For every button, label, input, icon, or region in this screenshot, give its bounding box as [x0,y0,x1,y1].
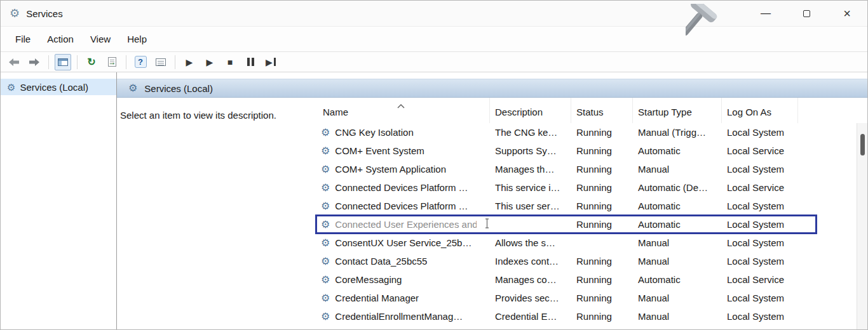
pause-service-button[interactable] [242,54,259,70]
service-log-on-as-cell: Local System [722,256,798,267]
forward-arrow-icon [28,58,41,67]
minimize-button[interactable]: — [745,1,786,26]
table-row[interactable]: ⚙ COM+ Event System Supports Sy… Running… [313,142,867,160]
stop-icon: ■ [227,58,233,67]
service-name: COM+ System Application [335,164,446,175]
service-name: Connected Devices Platform … [335,182,468,193]
service-startup-type-cell: Automatic [633,274,722,285]
service-log-on-as-cell: Local System [722,293,798,303]
properties-button[interactable] [153,54,169,70]
refresh-icon: ↻ [87,56,95,68]
description-pane-text: Select an item to view its description. [120,110,276,121]
close-button[interactable]: × [827,1,867,26]
service-name-cell: ⚙ ConsentUX User Service_25b… [313,237,490,248]
table-row[interactable]: ⚙ Contact Data_25bc55 Indexes cont… Runn… [313,252,867,270]
window-controls: — × [745,1,867,26]
service-status-cell: Running [571,145,633,156]
service-gear-icon: ⚙ [321,275,330,285]
menu-bar: File Action View Help [1,26,867,51]
sidebar-item-services-local[interactable]: ⚙ Services (Local) [1,79,116,95]
service-name-cell: ⚙ Connected User Experiences and Telemet… [313,218,490,230]
table-row[interactable]: ⚙ [313,326,867,330]
service-gear-icon: ⚙ [321,293,330,303]
services-header-band: ⚙ Services (Local) [117,79,867,98]
service-name: Contact Data_25bc55 [335,256,427,267]
service-status-cell: Running [571,311,633,322]
service-description-cell: Credential E… [490,311,571,322]
table-row[interactable]: ⚙ Connected Devices Platform … This serv… [313,178,867,197]
properties-icon [156,58,166,66]
export-list-button[interactable]: → [104,54,120,70]
export-list-icon: → [108,57,116,67]
refresh-button[interactable]: ↻ [83,54,100,70]
service-description-cell: Manages th… [490,164,571,175]
service-log-on-as-cell: Local System [722,311,798,322]
service-gear-icon: ⚙ [321,183,330,193]
service-log-on-as-cell: Local System [722,164,798,175]
service-name-cell: ⚙ COM+ System Application [313,164,490,175]
menu-help[interactable]: Help [119,28,155,50]
table-row[interactable]: ⚙ Credential Manager Provides sec… Runni… [313,289,867,307]
help-button[interactable]: ? [132,54,149,70]
table-row[interactable]: ⚙ CNG Key Isolation The CNG ke… Running … [313,123,867,142]
toolbar-separator [126,55,126,69]
sort-ascending-icon [397,100,405,110]
table-row[interactable]: ⚙ CoreMessaging Manages co… Running Auto… [313,270,867,289]
show-hide-console-tree-button[interactable] [55,54,71,70]
main-body: Select an item to view its description. … [117,98,867,330]
service-description-cell: Manages co… [490,274,571,285]
toolbar-separator [175,55,175,69]
service-rows: ⚙ CNG Key Isolation The CNG ke… Running … [313,123,867,330]
menu-view[interactable]: View [82,28,119,50]
service-gear-icon: ⚙ [321,201,330,211]
content-area: ⚙ Services (Local) ⚙ Services (Local) Se… [1,72,867,330]
forward-button[interactable] [26,54,43,70]
column-header-description[interactable]: Description [490,98,571,123]
maximize-icon [803,10,810,17]
service-startup-type-cell: Manual [633,293,722,303]
pause-icon [247,58,254,66]
service-status-cell: Running [571,164,633,175]
column-header-filler [798,98,867,123]
service-description-cell: Provides sec… [490,293,571,303]
column-header-log-on-as[interactable]: Log On As [722,98,798,123]
service-gear-icon: ⚙ [321,128,330,138]
page-title: Services (Local) [144,83,213,94]
table-row[interactable]: ⚙ CredentialEnrollmentManag… Credential … [313,307,867,326]
service-startup-type-cell: Manual [633,256,722,267]
service-status-cell: Running [571,293,633,303]
service-startup-type-cell: Manual [633,311,722,322]
back-button[interactable] [6,54,22,70]
service-log-on-as-cell: Local System [722,219,798,230]
column-header-startup-type[interactable]: Startup Type [633,98,722,123]
stop-service-button[interactable]: ■ [222,54,238,70]
table-row[interactable]: ⚙ Connected User Experiences and Telemet… [313,215,867,234]
service-status-cell: Running [571,182,633,193]
service-status-cell: Running [571,256,633,267]
service-description-cell: Allows the s… [490,237,571,248]
column-header-status[interactable]: Status [571,98,633,123]
console-tree-pane: ⚙ Services (Local) [1,72,117,330]
start-service-button[interactable]: ▶ [181,54,198,70]
menu-file[interactable]: File [7,28,39,50]
service-name-cell: ⚙ Connected Devices Platform … [313,182,490,193]
restart-service-button[interactable]: ▶ [262,54,279,70]
table-row[interactable]: ⚙ Connected Devices Platform … This user… [313,197,867,215]
table-row[interactable]: ⚙ COM+ System Application Manages th… Ru… [313,160,867,178]
text-cursor-icon [484,218,490,230]
service-gear-icon: ⚙ [321,312,330,322]
services-list: Name Description Status Startup Type Log… [313,98,867,330]
service-log-on-as-cell: Local Service [722,182,798,193]
service-startup-type-cell: Automatic (De… [633,182,722,193]
service-status-cell: Running [571,201,633,211]
scrollbar-thumb[interactable] [860,134,865,155]
service-startup-type-cell: Automatic [633,219,722,230]
table-row[interactable]: ⚙ ConsentUX User Service_25b… Allows the… [313,234,867,252]
console-tree-icon [58,58,68,66]
vertical-scrollbar[interactable] [857,123,867,330]
resume-service-button[interactable]: ▶ [201,54,218,70]
service-gear-icon: ⚙ [321,220,330,230]
maximize-button[interactable] [786,1,827,26]
menu-action[interactable]: Action [39,28,82,50]
service-name: Connected Devices Platform … [335,201,468,211]
